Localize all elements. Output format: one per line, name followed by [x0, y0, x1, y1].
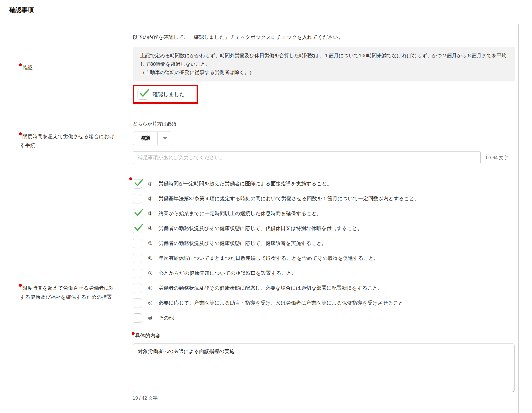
procedure-row-label: 限度時間を超えて労働させる場合における手続	[20, 134, 114, 148]
notice-body: 上記で定める時間数にかかわらず、時間外労働及び休日労働を合算した時間数は、１箇月…	[140, 51, 507, 68]
measure-checkbox-list: ① 労働時間が一定時間を超えた労働者に医師による面接指導を実施すること。 ② 労…	[133, 179, 515, 323]
select-arrow-button[interactable]	[158, 132, 172, 145]
measure-checkbox-9[interactable]	[133, 298, 142, 308]
measure-label: 労働時間が一定時間を超えた労働者に医師による面接指導を実施すること。	[159, 180, 332, 188]
measure-checkbox-7[interactable]	[133, 269, 142, 278]
measure-number: ②	[148, 194, 153, 203]
measures-label-cell: 限度時間を超えて労働させる労働者に対する健康及び福祉を確保するための措置	[13, 171, 125, 413]
measure-number: ⑩	[148, 314, 153, 322]
confirm-checkbox-label: 確認しました	[152, 90, 185, 99]
measure-item-7: ⑦ 心とからだの健康問題についての相談窓口を設置すること。	[133, 269, 515, 278]
measure-label: 必要に応じて、産業医等による助言・指導を受け、又は労働者に産業医等による保健指導…	[159, 299, 409, 307]
measure-checkbox-1[interactable]	[133, 179, 142, 189]
supplement-char-counter: 0 / 64 文字	[486, 154, 508, 161]
measure-number: ⑥	[148, 254, 153, 263]
measure-item-9: ⑨ 必要に応じて、産業医等による助言・指導を受け、又は労働者に産業医等による保健…	[133, 298, 515, 308]
measure-item-2: ② 労働基準法第37条第４項に規定する時刻の間において労働させる回数を１箇月につ…	[133, 194, 515, 203]
check-icon	[138, 87, 150, 99]
notice-note: （自動車の運転の業務に従事する労働者は除く。）	[140, 68, 507, 76]
measure-item-5: ⑤ 労働者の勤務状況及びその健康状態に応じて、健康診断を実施すること。	[133, 239, 515, 248]
select-value: 協議	[133, 132, 157, 145]
confirm-content-cell: 以下の内容を確認して、「確認しました」チェックボックスにチェックを入れてください…	[125, 24, 519, 111]
confirm-highlight-box: 確認しました	[133, 85, 198, 104]
required-dot	[19, 284, 22, 287]
measure-label: 労働者の勤務状況及びその健康状態に応じて、健康診断を実施すること。	[159, 239, 327, 247]
measure-label: 労働者の勤務状況及びその健康状態に応じて、代償休日又は特別な休暇を付与すること。	[159, 224, 362, 232]
measure-item-3: ③ 終業から始業までに一定時間以上の継続した休息時間を確保すること。	[133, 209, 515, 218]
row-procedure: 限度時間を超えて労働させる場合における手続 どちらか片方は必須 協議 0 / 6…	[13, 111, 519, 171]
measure-label: 労働基準法第37条第４項に規定する時刻の間において労働させる回数を１箇月について…	[159, 195, 419, 203]
row-confirm: 確認 以下の内容を確認して、「確認しました」チェックボックスにチェックを入れてく…	[13, 24, 519, 111]
procedure-content-cell: どちらか片方は必須 協議 0 / 64 文字	[125, 111, 519, 171]
required-dot	[19, 63, 22, 66]
required-dot	[19, 132, 22, 135]
measure-checkbox-10[interactable]	[133, 313, 142, 323]
measure-number: ①	[148, 179, 153, 188]
measure-label: 終業から始業までに一定時間以上の継続した休息時間を確保すること。	[159, 210, 322, 218]
measure-label: その他	[159, 314, 174, 322]
measure-checkbox-8[interactable]	[133, 284, 142, 293]
confirm-label-cell: 確認	[13, 24, 125, 111]
measure-item-4: ④ 労働者の勤務状況及びその健康状態に応じて、代償休日又は特別な休暇を付与するこ…	[133, 224, 515, 233]
measure-item-10: ⑩ その他	[133, 313, 515, 323]
required-dot	[132, 332, 135, 335]
supplement-input-row: 0 / 64 文字	[133, 151, 515, 164]
measure-number: ⑨	[148, 299, 153, 307]
measure-checkbox-3[interactable]	[133, 209, 142, 218]
detail-char-counter: 19 / 42 文字	[133, 394, 515, 402]
confirm-row-label: 確認	[22, 65, 32, 70]
page-title: 確認事項	[9, 6, 34, 14]
check-icon	[133, 207, 144, 218]
check-icon	[133, 177, 144, 188]
procedure-type-select[interactable]: 協議	[133, 132, 172, 145]
measure-item-1: ① 労働時間が一定時間を超えた労働者に医師による面接指導を実施すること。	[133, 179, 515, 189]
measure-checkbox-2[interactable]	[133, 194, 142, 203]
measure-number: ③	[148, 209, 153, 218]
confirm-checkbox[interactable]	[138, 89, 148, 100]
measure-number: ⑦	[148, 269, 153, 277]
required-dot	[129, 177, 132, 180]
confirmation-form-table: 確認 以下の内容を確認して、「確認しました」チェックボックスにチェックを入れてく…	[13, 24, 519, 413]
measure-checkbox-4[interactable]	[133, 224, 142, 233]
confirm-instruction: 以下の内容を確認して、「確認しました」チェックボックスにチェックを入れてください…	[133, 33, 515, 41]
measure-number: ⑤	[148, 239, 153, 248]
measure-item-8: ⑧ 労働者の勤務状況及びその健康状態に配慮し、必要な場合には適切な部署に配置転換…	[133, 284, 515, 293]
measure-checkbox-5[interactable]	[133, 239, 142, 248]
measure-label: 労働者の勤務状況及びその健康状態に配慮し、必要な場合には適切な部署に配置転換をす…	[159, 284, 383, 292]
measure-checkbox-6[interactable]	[133, 254, 142, 263]
supplement-input[interactable]	[133, 151, 481, 164]
detail-label: 具体的内容	[135, 333, 160, 338]
measures-content-cell: ① 労働時間が一定時間を超えた労働者に医師による面接指導を実施すること。 ② 労…	[125, 171, 519, 413]
check-icon	[133, 222, 144, 233]
measures-row-label: 限度時間を超えて労働させる労働者に対する健康及び福祉を確保するための措置	[20, 285, 114, 300]
procedure-hint: どちらか片方は必須	[133, 120, 515, 128]
measure-number: ⑧	[148, 284, 153, 292]
chevron-down-icon	[163, 137, 167, 140]
measure-number: ④	[148, 224, 153, 233]
notice-box: 上記で定める時間数にかかわらず、時間外労働及び休日労働を合算した時間数は、１箇月…	[133, 47, 515, 81]
measure-label: 心とからだの健康問題についての相談窓口を設置すること。	[159, 269, 297, 277]
measure-label: 年次有給休暇についてまとまつた日数連続して取得することを含めてその取得を促進する…	[159, 254, 379, 262]
detail-section: 具体的内容 対象労働者への医師による面談指導の実施 19 / 42 文字	[133, 332, 515, 402]
measure-item-6: ⑥ 年次有給休暇についてまとまつた日数連続して取得することを含めてその取得を促進…	[133, 254, 515, 263]
detail-textarea[interactable]: 対象労働者への医師による面談指導の実施	[133, 344, 515, 392]
row-measures: 限度時間を超えて労働させる労働者に対する健康及び福祉を確保するための措置 ① 労…	[13, 171, 519, 413]
procedure-label-cell: 限度時間を超えて労働させる場合における手続	[13, 111, 125, 171]
